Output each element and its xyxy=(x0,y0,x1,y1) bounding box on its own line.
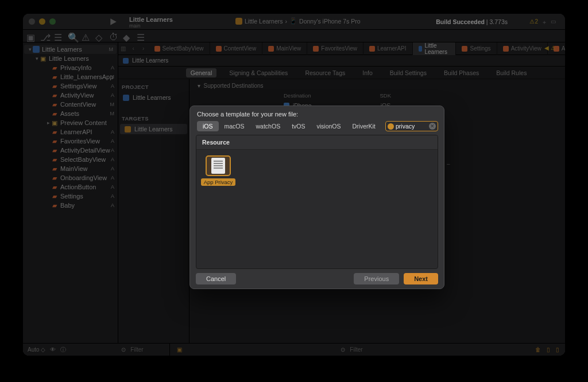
editor-tab-build-rules[interactable]: Build Rules xyxy=(492,68,531,77)
file-row[interactable]: ▰ActivityViewA xyxy=(23,91,118,100)
library-button[interactable]: ＋ xyxy=(541,18,547,26)
file-row[interactable]: ▰PrivacyInfoA xyxy=(23,63,118,72)
file-row[interactable]: ▰AssetsM xyxy=(23,109,118,118)
project-navigator-icon[interactable]: ▣ xyxy=(26,32,34,40)
editor-tab-build-phases[interactable]: Build Phases xyxy=(439,68,483,77)
test-navigator-icon[interactable]: ◇ xyxy=(95,32,103,40)
platform-tab-ios[interactable]: iOS xyxy=(197,121,219,131)
console-pane-left-icon[interactable]: ▯ xyxy=(547,346,550,353)
run-button[interactable] xyxy=(109,18,119,28)
file-row[interactable]: ▰SettingsViewA xyxy=(23,81,118,91)
cancel-button[interactable]: Cancel xyxy=(196,273,236,284)
disclosure-icon[interactable]: ▸ xyxy=(46,120,51,126)
breadcrumb-label: Little Learners xyxy=(132,57,168,64)
navigator-tree[interactable]: ▾ Little Learners M ▾ ▣ Little Learners … xyxy=(23,42,118,343)
swift-file-icon: ▰ xyxy=(51,202,58,209)
template-search: ✕ xyxy=(385,121,438,131)
platform-tab-tvos[interactable]: tvOS xyxy=(286,121,311,131)
editor-tab[interactable]: Settings xyxy=(456,42,497,55)
editor-tab-signing-capabilities[interactable]: Signing & Capabilities xyxy=(225,68,292,77)
target-item[interactable]: Little Learners xyxy=(120,124,187,134)
report-navigator-icon[interactable]: ☰ xyxy=(137,32,145,40)
editor-tab-info[interactable]: Info xyxy=(358,68,377,77)
trash-icon[interactable]: 🗑 xyxy=(535,346,541,353)
bookmark-navigator-icon[interactable]: ☰ xyxy=(54,32,62,40)
scheme-destination[interactable]: Little Learners › 📱 Donny's iPhone 7s Pr… xyxy=(235,17,361,25)
group-label: Little Learners xyxy=(49,55,89,62)
editor-tab[interactable]: SelectBabyView xyxy=(149,42,210,55)
editor-tab-build-settings[interactable]: Build Settings xyxy=(385,68,431,77)
file-name: FavoritesView xyxy=(60,138,100,145)
eye-icon[interactable]: 👁 xyxy=(50,346,56,353)
platform-tab-macos[interactable]: macOS xyxy=(219,121,250,131)
close-window-button[interactable] xyxy=(29,18,35,25)
file-row[interactable]: ▸▣Preview Content xyxy=(23,118,118,127)
platform-tab-watchos[interactable]: watchOS xyxy=(250,121,287,131)
platform-tab-driverkit[interactable]: DriverKit xyxy=(347,121,381,131)
file-name: Baby xyxy=(60,202,75,209)
swift-file-icon: ▰ xyxy=(51,73,58,80)
clear-search-button[interactable]: ✕ xyxy=(429,123,436,130)
group-folder[interactable]: ▾ ▣ Little Learners xyxy=(23,54,118,63)
zoom-window-button[interactable] xyxy=(49,18,56,25)
issue-navigator-icon[interactable]: ⚠︎ xyxy=(82,32,90,40)
project-root[interactable]: ▾ Little Learners M xyxy=(24,45,117,54)
debug-navigator-icon[interactable]: ⏱ xyxy=(109,32,117,40)
editor-tab[interactable]: ContentView xyxy=(210,42,263,55)
tab-back-icon[interactable]: ‹ xyxy=(129,45,139,52)
file-row[interactable]: ▰ActivityDetailViewA xyxy=(23,146,118,155)
build-status[interactable]: Build Succeeded | 3.773s xyxy=(436,18,508,25)
variables-view-mode[interactable]: Auto ◇ xyxy=(28,346,45,353)
file-name: LearnerAPI xyxy=(60,128,92,135)
editor-tab[interactable]: MainView xyxy=(262,42,307,55)
variables-filter-input[interactable] xyxy=(130,346,165,353)
tab-sidebar-toggle-icon[interactable]: ▥ xyxy=(118,45,129,52)
editor-tab[interactable]: ActivityView xyxy=(497,42,548,55)
minimize-window-button[interactable] xyxy=(39,18,45,25)
file-row[interactable]: ▰ActionButtonA xyxy=(23,182,118,192)
template-list[interactable]: Resource App Privacy xyxy=(196,135,438,269)
quicklook-icon[interactable]: ⓘ xyxy=(60,346,66,354)
disclosure-icon[interactable]: ▾ xyxy=(28,46,33,52)
console-filter-input[interactable] xyxy=(350,346,384,353)
console-pane-right-icon[interactable]: ▯ xyxy=(556,346,559,353)
find-navigator-icon[interactable]: 🔍 xyxy=(68,32,76,40)
file-row[interactable]: ▰MainViewA xyxy=(23,164,118,173)
editor-tab-resource-tags[interactable]: Resource Tags xyxy=(300,68,350,77)
file-row[interactable]: ▰LearnerAPIA xyxy=(23,127,118,137)
file-row[interactable]: ▰ContentViewM xyxy=(23,100,118,109)
file-name: ActivityView xyxy=(60,92,94,99)
previous-button[interactable]: Previous xyxy=(354,273,399,284)
source-control-navigator-icon[interactable]: ⎇ xyxy=(40,32,48,40)
editor-tab[interactable]: FavoritesView xyxy=(307,42,363,55)
file-row[interactable]: ▰BabyA xyxy=(23,201,118,210)
editor-tab[interactable]: Little Learners xyxy=(413,42,457,55)
sheet-footer: Cancel Previous Next xyxy=(190,269,444,289)
editor-tab-general[interactable]: General xyxy=(186,68,216,77)
file-row[interactable]: ▰FavoritesViewA xyxy=(23,137,118,146)
platform-tab-visionos[interactable]: visionOS xyxy=(311,121,346,131)
breakpoint-navigator-icon[interactable]: ◆ xyxy=(123,32,131,40)
breadcrumb-bar[interactable]: Little Learners xyxy=(118,55,565,67)
editor-tab[interactable]: LearnerAPI xyxy=(363,42,413,55)
tab-bar: ▥ ‹ › SelectBabyViewContentViewMainViewF… xyxy=(118,42,565,55)
template-app-privacy[interactable]: App Privacy xyxy=(202,155,234,186)
supported-destinations-header[interactable]: ▾ Supported Destinations xyxy=(198,83,565,89)
console-icon[interactable]: ▣ xyxy=(177,346,182,353)
scm-badge: A xyxy=(111,202,114,208)
project-item[interactable]: Little Learners xyxy=(118,92,189,103)
file-row[interactable]: ▰Little_LearnersAppM xyxy=(23,72,118,81)
scheme-separator: › xyxy=(285,18,288,25)
inspectors-toggle-icon[interactable]: ▭ xyxy=(551,18,556,26)
next-button[interactable]: Next xyxy=(404,273,438,284)
tab-forward-icon[interactable]: › xyxy=(138,45,149,52)
file-row[interactable]: ▰OnboardingViewA xyxy=(23,173,118,182)
template-search-input[interactable] xyxy=(396,123,429,130)
editor-warning-badge[interactable]: ◀ ⚠︎ xyxy=(544,45,556,51)
disclosure-icon[interactable]: ▾ xyxy=(34,56,40,61)
warning-badge[interactable]: ⚠︎2 xyxy=(529,18,538,26)
scm-badge: A xyxy=(111,166,114,171)
file-row[interactable]: ▰SettingsA xyxy=(23,192,118,201)
file-name: OnboardingView xyxy=(60,174,107,181)
file-row[interactable]: ▰SelectBabyViewA xyxy=(23,155,118,164)
